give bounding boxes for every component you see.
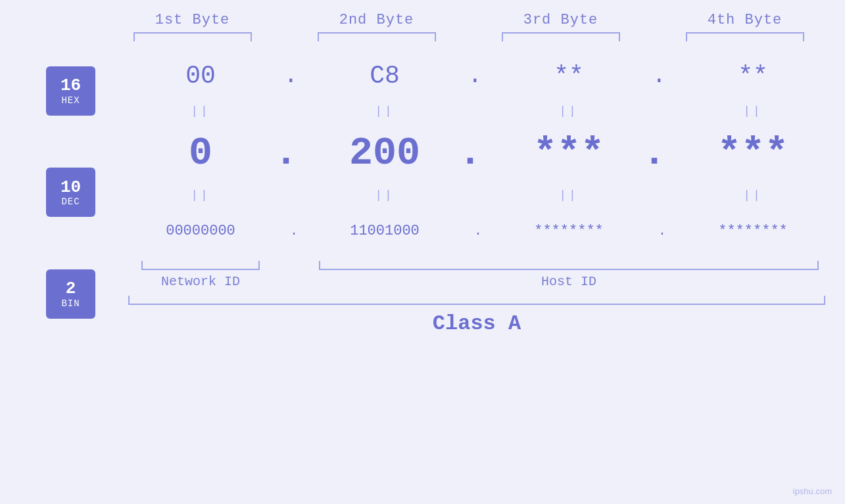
dec-b3-value: ***	[533, 131, 604, 175]
bin-b4-cell: ********	[661, 223, 845, 239]
bracket-cell-4	[653, 31, 837, 43]
sep1-1: ||	[191, 104, 210, 118]
host-id-bracket	[319, 261, 819, 270]
watermark: ipshu.com	[793, 486, 832, 496]
sep1-3: ||	[559, 104, 579, 118]
sep1-c2: ||	[293, 104, 477, 118]
bin-b2-value: 11001000	[350, 223, 420, 239]
sep2-c4: ||	[661, 189, 845, 202]
dec-label: DEC	[61, 196, 80, 207]
bracket-3	[502, 32, 620, 41]
values-area: 00 . C8 . ** . ** ||	[109, 49, 845, 336]
bin-num: 2	[66, 279, 76, 298]
hex-b4-value: **	[738, 62, 768, 90]
byte-headers: 1st Byte 2nd Byte 3rd Byte 4th Byte	[0, 0, 845, 28]
dec-row: 0 . 200 . *** . ***	[109, 120, 845, 186]
hex-b2-cell: C8 .	[293, 62, 477, 90]
class-section: Class A	[109, 296, 845, 336]
bottom-id-brackets: Network ID Host ID	[109, 261, 845, 289]
hex-b4-cell: **	[661, 62, 845, 90]
byte1-header: 1st Byte	[101, 12, 285, 28]
bin-badge: 2 BIN	[46, 269, 95, 319]
bin-b3-cell: ******** .	[477, 223, 661, 239]
byte4-header: 4th Byte	[653, 12, 837, 28]
sep1-c3: ||	[477, 104, 661, 118]
rows-and-labels: 16 HEX 10 DEC 2 BIN 00 . C8	[0, 49, 845, 336]
bin-b1-cell: 00000000 .	[109, 223, 293, 239]
sep1-2: ||	[375, 104, 395, 118]
bin-b4-value: ********	[718, 223, 788, 239]
sep1-c1: ||	[109, 104, 293, 118]
dec-b2-value: 200	[349, 131, 420, 175]
byte3-header: 3rd Byte	[469, 12, 653, 28]
sep2-c3: ||	[477, 189, 661, 202]
bin-b1-value: 00000000	[166, 223, 235, 239]
bracket-2	[318, 32, 436, 41]
bracket-cell-1	[101, 31, 285, 43]
top-bracket-row	[0, 31, 845, 43]
dec-b1-cell: 0 .	[109, 131, 293, 175]
dec-badge: 10 DEC	[46, 168, 95, 217]
bin-row: 00000000 . 11001000 . ******** . *******…	[109, 204, 845, 257]
hex-label: HEX	[61, 95, 80, 106]
bracket-1	[133, 32, 252, 41]
class-bracket	[128, 296, 825, 305]
hex-b1-cell: 00 .	[109, 62, 293, 90]
sep2-c2: ||	[293, 189, 477, 202]
hex-b3-value: **	[554, 62, 584, 90]
bracket-cell-2	[285, 31, 469, 43]
sep-row-2: || || || ||	[109, 186, 845, 204]
hex-b3-cell: ** .	[477, 62, 661, 90]
dec-num: 10	[60, 178, 81, 197]
bin-label: BIN	[61, 298, 80, 309]
byte2-header: 2nd Byte	[285, 12, 469, 28]
dec-b2-cell: 200 .	[293, 131, 477, 175]
dec-b4-value: ***	[717, 131, 788, 175]
bracket-4	[686, 32, 804, 41]
dec-b3-cell: *** .	[477, 131, 661, 175]
hex-badge: 16 HEX	[46, 66, 95, 116]
network-id-bracket-wrap: Network ID	[109, 261, 293, 289]
class-label: Class A	[433, 311, 521, 336]
bin-b3-value: ********	[534, 223, 604, 239]
host-id-label: Host ID	[541, 274, 596, 289]
sep1-c4: ||	[661, 104, 845, 118]
host-id-bracket-wrap: Host ID	[293, 261, 845, 289]
network-id-bracket	[141, 261, 260, 270]
main-container: 1st Byte 2nd Byte 3rd Byte 4th Byte 16 H…	[0, 0, 845, 504]
sep2-2: ||	[375, 189, 395, 202]
sep1-4: ||	[743, 104, 763, 118]
sep-row-1: || || || ||	[109, 102, 845, 120]
sep2-3: ||	[559, 189, 579, 202]
hex-row: 00 . C8 . ** . **	[109, 49, 845, 102]
hex-b1-value: 00	[185, 62, 216, 90]
network-id-label: Network ID	[161, 274, 240, 289]
labels-column: 16 HEX 10 DEC 2 BIN	[33, 49, 109, 336]
sep2-1: ||	[191, 189, 210, 202]
bracket-cell-3	[469, 31, 653, 43]
bin-b2-cell: 11001000 .	[293, 223, 477, 239]
hex-b2-value: C8	[370, 62, 400, 90]
hex-num: 16	[60, 76, 81, 95]
sep2-c1: ||	[109, 189, 293, 202]
dec-b4-cell: ***	[661, 131, 845, 175]
dec-b1-value: 0	[189, 131, 212, 175]
sep2-4: ||	[743, 189, 763, 202]
